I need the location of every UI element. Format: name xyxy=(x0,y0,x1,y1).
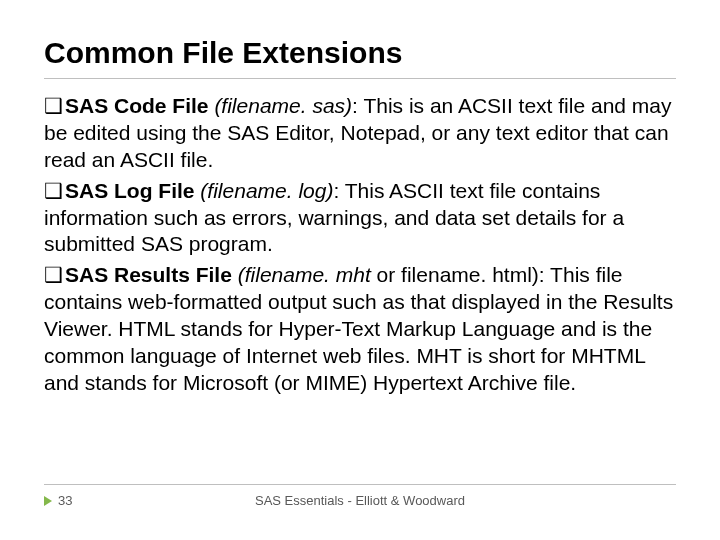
footer-rule xyxy=(44,484,676,485)
bullet-marker: ❑ xyxy=(44,263,63,286)
body-text: ❑SAS Code File (filename. sas): This is … xyxy=(44,93,676,397)
footer: 33 SAS Essentials - Elliott & Woodward xyxy=(0,494,720,514)
footer-text: SAS Essentials - Elliott & Woodward xyxy=(0,493,720,508)
bullet-label: SAS Log File xyxy=(65,179,195,202)
bullet-label: SAS Results File xyxy=(65,263,232,286)
bullet-paren: (filename. sas) xyxy=(214,94,352,117)
bullet-item: ❑SAS Code File (filename. sas): This is … xyxy=(44,93,676,174)
slide: Common File Extensions ❑SAS Code File (f… xyxy=(0,0,720,540)
bullet-marker: ❑ xyxy=(44,94,63,117)
bullet-label: SAS Code File xyxy=(65,94,209,117)
bullet-item: ❑SAS Log File (filename. log): This ASCI… xyxy=(44,178,676,259)
bullet-item: ❑SAS Results File (filename. mht or file… xyxy=(44,262,676,396)
title-rule xyxy=(44,78,676,79)
bullet-marker: ❑ xyxy=(44,179,63,202)
bullet-paren: (filename. log) xyxy=(200,179,333,202)
slide-title: Common File Extensions xyxy=(44,36,676,70)
bullet-paren: (filename. mht xyxy=(238,263,371,286)
